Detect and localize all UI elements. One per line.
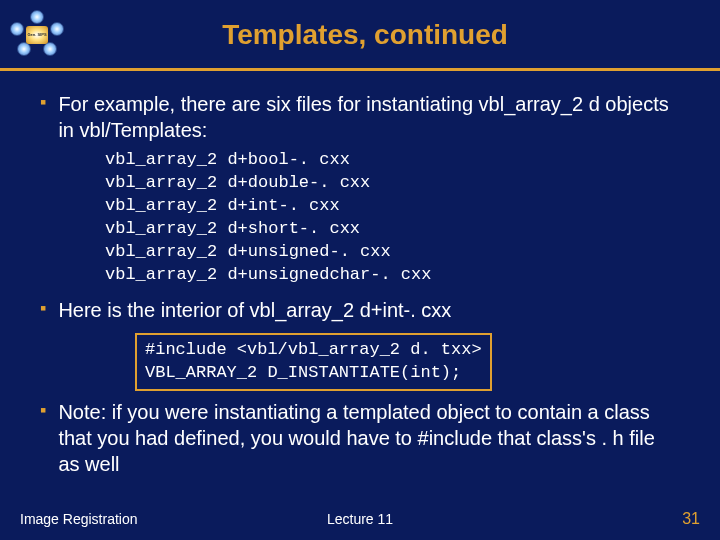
bullet-icon: ▪ <box>40 297 46 323</box>
bullet-text: Here is the interior of vbl_array_2 d+in… <box>58 297 451 323</box>
logo-label: Gen. SIPS <box>26 26 48 44</box>
code-line: vbl_array_2 d+double-. cxx <box>105 172 680 195</box>
code-line: #include <vbl/vbl_array_2 d. txx> <box>145 339 482 362</box>
code-block-files: vbl_array_2 d+bool-. cxx vbl_array_2 d+d… <box>105 149 680 287</box>
bullet-1: ▪ For example, there are six files for i… <box>40 91 680 143</box>
logo: Gen. SIPS <box>10 10 70 60</box>
slide-number: 31 <box>473 510 700 528</box>
code-line: VBL_ARRAY_2 D_INSTANTIATE(int); <box>145 362 482 385</box>
footer-center: Lecture 11 <box>247 511 474 527</box>
bullet-text: For example, there are six files for ins… <box>58 91 680 143</box>
code-line: vbl_array_2 d+unsigned-. cxx <box>105 241 680 264</box>
bullet-3: ▪ Note: if you were instantiating a temp… <box>40 399 680 477</box>
code-line: vbl_array_2 d+short-. cxx <box>105 218 680 241</box>
slide-title: Templates, continued <box>70 19 700 51</box>
code-line: vbl_array_2 d+bool-. cxx <box>105 149 680 172</box>
footer-left: Image Registration <box>20 511 247 527</box>
slide-footer: Image Registration Lecture 11 31 <box>0 510 720 528</box>
slide-content: ▪ For example, there are six files for i… <box>0 71 720 477</box>
bullet-icon: ▪ <box>40 399 46 477</box>
code-line: vbl_array_2 d+unsignedchar-. cxx <box>105 264 680 287</box>
code-block-interior: #include <vbl/vbl_array_2 d. txx> VBL_AR… <box>135 333 492 391</box>
bullet-2: ▪ Here is the interior of vbl_array_2 d+… <box>40 297 680 323</box>
bullet-icon: ▪ <box>40 91 46 143</box>
bullet-text: Note: if you were instantiating a templa… <box>58 399 680 477</box>
code-line: vbl_array_2 d+int-. cxx <box>105 195 680 218</box>
slide-header: Gen. SIPS Templates, continued <box>0 0 720 71</box>
